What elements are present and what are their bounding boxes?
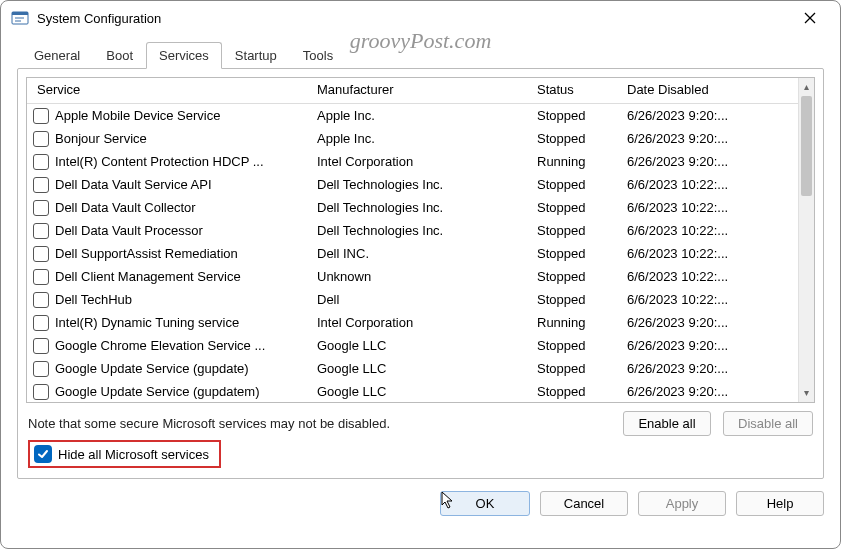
table-row[interactable]: Dell TechHubDellStopped6/6/2023 10:22:..… [27, 288, 798, 311]
row-checkbox[interactable] [33, 246, 49, 262]
table-row[interactable]: Bonjour ServiceApple Inc.Stopped6/26/202… [27, 127, 798, 150]
service-name: Intel(R) Dynamic Tuning service [55, 315, 239, 330]
service-name: Dell Data Vault Collector [55, 200, 196, 215]
manufacturer-cell: Unknown [307, 268, 527, 285]
service-name: Dell Data Vault Service API [55, 177, 212, 192]
service-name: Apple Mobile Device Service [55, 108, 220, 123]
row-checkbox[interactable] [33, 292, 49, 308]
row-checkbox[interactable] [33, 154, 49, 170]
tab-general[interactable]: General [21, 42, 93, 69]
date-disabled-cell: 6/26/2023 9:20:... [617, 153, 798, 170]
row-checkbox[interactable] [33, 269, 49, 285]
apply-button[interactable]: Apply [638, 491, 726, 516]
tab-services-panel: Service Manufacturer Status Date Disable… [17, 68, 824, 479]
service-name: Dell TechHub [55, 292, 132, 307]
service-name: Bonjour Service [55, 131, 147, 146]
status-cell: Stopped [527, 268, 617, 285]
manufacturer-cell: Dell INC. [307, 245, 527, 262]
manufacturer-cell: Apple Inc. [307, 130, 527, 147]
manufacturer-cell: Dell Technologies Inc. [307, 176, 527, 193]
help-button[interactable]: Help [736, 491, 824, 516]
scrollbar-thumb[interactable] [801, 96, 812, 196]
window-title: System Configuration [37, 11, 161, 26]
row-checkbox[interactable] [33, 200, 49, 216]
status-cell: Stopped [527, 130, 617, 147]
table-row[interactable]: Google Update Service (gupdatem)Google L… [27, 380, 798, 402]
ok-button[interactable]: OK [440, 491, 530, 516]
date-disabled-cell: 6/6/2023 10:22:... [617, 291, 798, 308]
tab-services[interactable]: Services [146, 42, 222, 69]
service-name: Google Update Service (gupdate) [55, 361, 249, 376]
row-checkbox[interactable] [33, 384, 49, 400]
disable-all-button[interactable]: Disable all [723, 411, 813, 436]
date-disabled-cell: 6/26/2023 9:20:... [617, 314, 798, 331]
hide-microsoft-services-checkbox[interactable] [34, 445, 52, 463]
dialog-button-row: OK Cancel Apply Help [1, 479, 840, 530]
date-disabled-cell: 6/26/2023 9:20:... [617, 383, 798, 400]
status-cell: Stopped [527, 176, 617, 193]
manufacturer-cell: Google LLC [307, 337, 527, 354]
row-checkbox[interactable] [33, 338, 49, 354]
tab-strip: GeneralBootServicesStartupTools [1, 35, 840, 68]
table-row[interactable]: Intel(R) Dynamic Tuning serviceIntel Cor… [27, 311, 798, 334]
svg-rect-1 [12, 12, 28, 15]
service-name: Dell SupportAssist Remediation [55, 246, 238, 261]
table-row[interactable]: Intel(R) Content Protection HDCP ...Inte… [27, 150, 798, 173]
date-disabled-cell: 6/6/2023 10:22:... [617, 268, 798, 285]
secure-services-note: Note that some secure Microsoft services… [28, 416, 611, 431]
date-disabled-cell: 6/26/2023 9:20:... [617, 337, 798, 354]
tab-tools[interactable]: Tools [290, 42, 346, 69]
status-cell: Stopped [527, 107, 617, 124]
close-button[interactable] [790, 8, 830, 29]
date-disabled-cell: 6/6/2023 10:22:... [617, 245, 798, 262]
status-cell: Stopped [527, 337, 617, 354]
service-name: Dell Data Vault Processor [55, 223, 203, 238]
manufacturer-cell: Dell Technologies Inc. [307, 222, 527, 239]
row-checkbox[interactable] [33, 108, 49, 124]
date-disabled-cell: 6/26/2023 9:20:... [617, 360, 798, 377]
column-header-date-disabled[interactable]: Date Disabled [617, 78, 798, 103]
scrollbar-up-arrow[interactable]: ▴ [799, 78, 814, 96]
row-checkbox[interactable] [33, 131, 49, 147]
vertical-scrollbar[interactable]: ▴ ▾ [798, 78, 814, 402]
services-list: Service Manufacturer Status Date Disable… [26, 77, 815, 403]
hide-microsoft-services-highlight: Hide all Microsoft services [28, 440, 221, 468]
hide-microsoft-services-label[interactable]: Hide all Microsoft services [58, 447, 209, 462]
tab-boot[interactable]: Boot [93, 42, 146, 69]
manufacturer-cell: Google LLC [307, 383, 527, 400]
table-row[interactable]: Dell Data Vault Service APIDell Technolo… [27, 173, 798, 196]
enable-all-button[interactable]: Enable all [623, 411, 711, 436]
table-row[interactable]: Dell Data Vault ProcessorDell Technologi… [27, 219, 798, 242]
tab-startup[interactable]: Startup [222, 42, 290, 69]
status-cell: Stopped [527, 245, 617, 262]
table-row[interactable]: Apple Mobile Device ServiceApple Inc.Sto… [27, 104, 798, 127]
titlebar[interactable]: System Configuration [1, 1, 840, 35]
manufacturer-cell: Apple Inc. [307, 107, 527, 124]
system-configuration-window: System Configuration groovyPost.com Gene… [0, 0, 841, 549]
date-disabled-cell: 6/6/2023 10:22:... [617, 176, 798, 193]
scrollbar-down-arrow[interactable]: ▾ [799, 384, 814, 402]
status-cell: Stopped [527, 383, 617, 400]
column-header-service[interactable]: Service [27, 78, 307, 103]
scrollbar-track[interactable] [799, 96, 814, 384]
manufacturer-cell: Intel Corporation [307, 314, 527, 331]
row-checkbox[interactable] [33, 315, 49, 331]
row-checkbox[interactable] [33, 361, 49, 377]
status-cell: Running [527, 314, 617, 331]
msconfig-icon [11, 9, 29, 27]
row-checkbox[interactable] [33, 223, 49, 239]
cancel-button[interactable]: Cancel [540, 491, 628, 516]
row-checkbox[interactable] [33, 177, 49, 193]
manufacturer-cell: Dell [307, 291, 527, 308]
service-name: Dell Client Management Service [55, 269, 241, 284]
table-row[interactable]: Dell SupportAssist RemediationDell INC.S… [27, 242, 798, 265]
column-header-manufacturer[interactable]: Manufacturer [307, 78, 527, 103]
column-header-status[interactable]: Status [527, 78, 617, 103]
status-cell: Stopped [527, 360, 617, 377]
table-row[interactable]: Dell Client Management ServiceUnknownSto… [27, 265, 798, 288]
table-row[interactable]: Dell Data Vault CollectorDell Technologi… [27, 196, 798, 219]
status-cell: Stopped [527, 291, 617, 308]
table-row[interactable]: Google Chrome Elevation Service ...Googl… [27, 334, 798, 357]
table-row[interactable]: Google Update Service (gupdate)Google LL… [27, 357, 798, 380]
services-rows: Apple Mobile Device ServiceApple Inc.Sto… [27, 104, 798, 402]
